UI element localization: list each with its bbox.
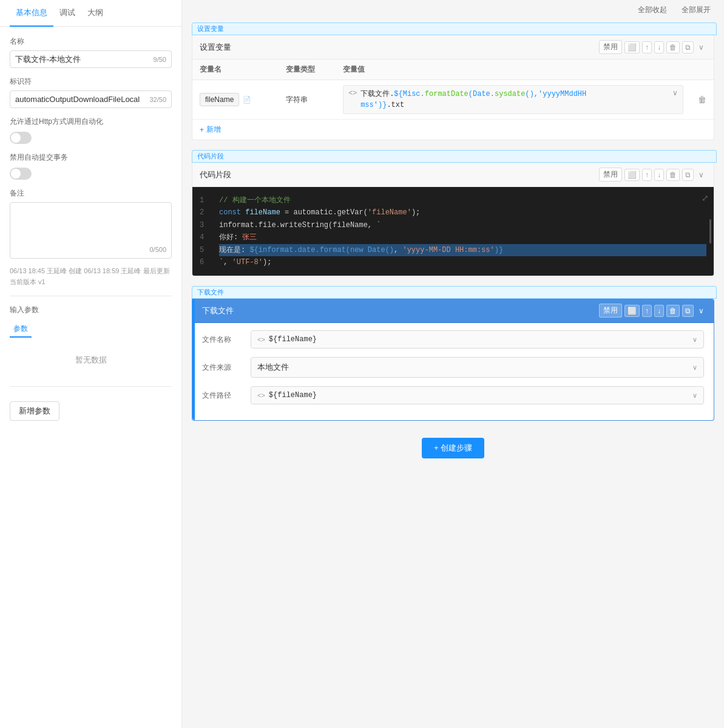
code-text-5: 现在是: ${informat.date.format(new Date(), … bbox=[219, 244, 706, 256]
add-param-button[interactable]: 新增参数 bbox=[10, 401, 59, 421]
collapse-all-btn[interactable]: 全部收起 bbox=[634, 4, 671, 16]
step3-up-btn[interactable]: ↑ bbox=[642, 305, 652, 317]
vars-table-container: 变量名 变量类型 变量值 fileName 📄 bbox=[192, 60, 714, 140]
step1-title: 设置变量 bbox=[200, 42, 594, 53]
step3-disable-btn[interactable]: 禁用 bbox=[599, 304, 622, 318]
name-input[interactable] bbox=[15, 55, 154, 64]
var-value-display[interactable]: <> 下载文件.${Misc.formatDate(Date.sysdate()… bbox=[343, 85, 683, 114]
filepath-code-icon: <> bbox=[257, 392, 265, 399]
step2-chevron[interactable]: ∨ bbox=[696, 169, 706, 180]
expand-all-btn[interactable]: 全部展开 bbox=[678, 4, 714, 16]
step3-header: 下载文件 禁用 ⬜ ↑ ↓ 🗑 ⧉ ∨ bbox=[192, 299, 714, 323]
form-input-filepath[interactable]: <> ${fileName} ∨ bbox=[251, 386, 704, 404]
code-line-5: 5 现在是: ${informat.date.format(new Date()… bbox=[200, 244, 706, 256]
filename-value: ${fileName} bbox=[269, 335, 689, 344]
filepath-chevron[interactable]: ∨ bbox=[692, 392, 697, 400]
create-step-button[interactable]: + 创建步骤 bbox=[422, 438, 484, 458]
step1-chevron[interactable]: ∨ bbox=[696, 42, 706, 53]
code-expand-btn[interactable]: ⤢ bbox=[702, 192, 709, 206]
auto-commit-toggle[interactable] bbox=[10, 168, 32, 180]
code-scrollbar[interactable] bbox=[709, 219, 711, 243]
id-count: 32/50 bbox=[149, 96, 166, 103]
filepath-value: ${fileName} bbox=[269, 391, 689, 400]
step1-disable-btn[interactable]: 禁用 bbox=[599, 40, 622, 54]
name-count: 9/50 bbox=[154, 56, 166, 63]
filename-chevron[interactable]: ∨ bbox=[692, 336, 697, 344]
http-toggle-row bbox=[10, 132, 172, 144]
form-row-filename: 文件名称 <> ${fileName} ∨ bbox=[202, 330, 704, 349]
left-content: 名称 9/50 标识符 32/50 允许通过Http方式调用自动化 禁用自动提交… bbox=[0, 27, 181, 728]
input-params-label: 输入参数 bbox=[10, 305, 172, 315]
step2-header: 代码片段 禁用 ⬜ ↑ ↓ 🗑 ⧉ ∨ bbox=[192, 163, 714, 187]
meta-line1: 06/13 18:45 王延峰 创建 06/13 18:59 王延峰 最后更新 bbox=[10, 266, 172, 277]
step1-delete-btn[interactable]: 🗑 bbox=[666, 41, 680, 53]
step1-down-btn[interactable]: ↓ bbox=[654, 41, 664, 53]
auto-commit-label: 禁用自动提交事务 bbox=[10, 152, 172, 163]
step3-down-btn[interactable]: ↓ bbox=[654, 305, 664, 317]
code-text-1: // 构建一个本地文件 bbox=[219, 194, 706, 206]
step3-title: 下载文件 bbox=[202, 305, 594, 316]
step3-copy-btn[interactable]: ⬜ bbox=[624, 305, 640, 317]
name-label: 名称 bbox=[10, 36, 172, 47]
var-row-1: fileName 📄 字符串 <> 下载文件.${Misc.format bbox=[192, 80, 714, 120]
step1-header: 设置变量 禁用 ⬜ ↑ ↓ 🗑 ⧉ ∨ bbox=[192, 35, 714, 60]
form-input-filename[interactable]: <> ${fileName} ∨ bbox=[251, 330, 704, 349]
step2-block: 代码片段 禁用 ⬜ ↑ ↓ 🗑 ⧉ ∨ 1 // 构建一个本地文件 2 cons… bbox=[192, 163, 714, 276]
id-label: 标识符 bbox=[10, 77, 172, 87]
step3-block: 下载文件 禁用 ⬜ ↑ ↓ 🗑 ⧉ ∨ 文件名称 <> ${fileName} … bbox=[192, 299, 714, 421]
step3-chevron[interactable]: ∨ bbox=[696, 305, 706, 316]
step2-clone-btn[interactable]: ⧉ bbox=[682, 169, 694, 181]
form-label-filepath: 文件路径 bbox=[202, 390, 251, 401]
var-delete-cell[interactable]: 🗑 bbox=[691, 80, 714, 120]
form-row-filepath: 文件路径 <> ${fileName} ∨ bbox=[202, 386, 704, 404]
tabs-bar: 基本信息 调试 大纲 bbox=[0, 0, 181, 27]
filesource-chevron[interactable]: ∨ bbox=[692, 364, 697, 372]
note-count: 0/500 bbox=[15, 246, 166, 253]
id-input-row[interactable]: 32/50 bbox=[10, 90, 172, 108]
vars-col-type: 变量类型 bbox=[279, 60, 336, 80]
note-textarea[interactable] bbox=[15, 208, 166, 244]
vars-col-value: 变量值 bbox=[336, 60, 691, 80]
step1-copy-btn[interactable]: ⬜ bbox=[624, 41, 640, 53]
step3-clone-btn[interactable]: ⧉ bbox=[682, 305, 694, 317]
add-var-btn[interactable]: + 新增 bbox=[192, 120, 714, 140]
params-tab[interactable]: 参数 bbox=[10, 321, 32, 338]
step3-tag: 下载文件 bbox=[192, 286, 717, 299]
step2-delete-btn[interactable]: 🗑 bbox=[666, 169, 680, 181]
note-label: 备注 bbox=[10, 188, 172, 199]
var-expand-icon[interactable]: ∨ bbox=[672, 89, 678, 97]
step1-up-btn[interactable]: ↑ bbox=[642, 41, 652, 53]
step2-title: 代码片段 bbox=[200, 169, 594, 180]
var-file-icon: 📄 bbox=[243, 96, 251, 104]
step3-delete-btn[interactable]: 🗑 bbox=[666, 305, 680, 317]
tab-outline[interactable]: 大纲 bbox=[81, 0, 109, 27]
step2-tag: 代码片段 bbox=[192, 150, 717, 163]
note-textarea-wrap[interactable]: 0/500 bbox=[10, 202, 172, 259]
line-num-1: 1 bbox=[200, 194, 209, 206]
tab-debug[interactable]: 调试 bbox=[53, 0, 81, 27]
var-value-cell[interactable]: <> 下载文件.${Misc.formatDate(Date.sysdate()… bbox=[336, 80, 691, 120]
code-text-4: 你好: 张三 bbox=[219, 231, 706, 243]
step3-actions: 禁用 ⬜ ↑ ↓ 🗑 ⧉ ∨ bbox=[599, 304, 706, 318]
step2-copy-btn[interactable]: ⬜ bbox=[624, 169, 640, 181]
var-name-tag[interactable]: fileName bbox=[200, 93, 239, 106]
auto-commit-toggle-row bbox=[10, 168, 172, 180]
id-input[interactable] bbox=[15, 95, 149, 104]
form-select-filesource[interactable]: 本地文件 ∨ bbox=[251, 357, 704, 378]
add-param-label: 新增参数 bbox=[19, 406, 50, 417]
line-num-3: 3 bbox=[200, 219, 209, 231]
code-text-2: const fileName = automatic.getVar('fileN… bbox=[219, 206, 706, 219]
var-delete-btn[interactable]: 🗑 bbox=[698, 95, 706, 104]
step1-clone-btn[interactable]: ⧉ bbox=[682, 41, 694, 53]
name-input-row[interactable]: 9/50 bbox=[10, 50, 172, 68]
http-toggle[interactable] bbox=[10, 132, 32, 144]
code-text-6: `, 'UTF-8'); bbox=[219, 256, 706, 268]
meta-info: 06/13 18:45 王延峰 创建 06/13 18:59 王延峰 最后更新 … bbox=[10, 266, 172, 287]
step2-up-btn[interactable]: ↑ bbox=[642, 169, 652, 181]
tab-basic[interactable]: 基本信息 bbox=[10, 0, 53, 27]
step2-down-btn[interactable]: ↓ bbox=[654, 169, 664, 181]
line-num-2: 2 bbox=[200, 206, 209, 219]
step2-disable-btn[interactable]: 禁用 bbox=[599, 168, 622, 182]
vars-table: 变量名 变量类型 变量值 fileName 📄 bbox=[192, 60, 714, 120]
top-bar: 全部收起 全部展开 bbox=[182, 0, 724, 20]
